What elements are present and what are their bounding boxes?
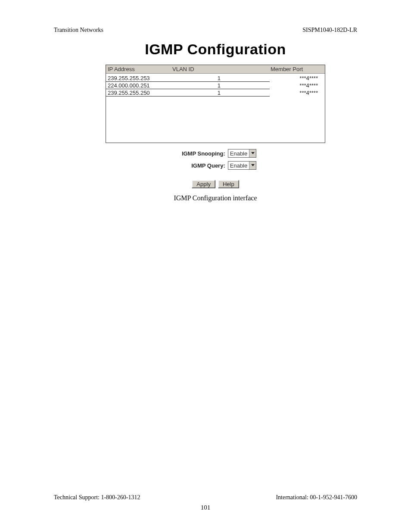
page-title: IGMP Configuration [106,41,325,58]
cell-vlan: 1 [171,82,222,89]
page-footer: Technical Support: 1-800-260-1312 Intern… [54,494,357,501]
table-body: 239.255.255.253 1 ***4**** 224.000.000.2… [106,74,325,96]
igmp-snooping-label: IGMP Snooping: [174,150,225,157]
help-button[interactable]: Help [218,180,239,188]
column-header-port: Member Port [270,65,325,73]
igmp-query-select[interactable]: Enable [228,161,256,170]
form-section: IGMP Snooping: Enable IGMP Query: Enable [106,149,325,170]
button-row: Apply Help [106,180,325,188]
form-row-snooping: IGMP Snooping: Enable [106,149,325,158]
igmp-snooping-select[interactable]: Enable [228,149,256,158]
config-panel: IGMP Configuration IP Address VLAN ID Me… [106,41,325,202]
footer-right: International: 00-1-952-941-7600 [276,494,357,501]
cell-member-port: ***4**** [270,89,324,96]
cell-spacer [222,89,270,96]
select-value: Enable [228,150,249,157]
cell-spacer [222,82,270,89]
cell-vlan: 1 [171,89,222,96]
chevron-down-icon [249,149,256,157]
header-right: SISPM1040-182D-LR [302,27,357,34]
column-header-vlan: VLAN ID [171,65,270,73]
page-number: 101 [0,504,411,511]
table-header-row: IP Address VLAN ID Member Port [106,65,325,74]
figure-caption: IGMP Configuration interface [106,194,325,202]
igmp-table: IP Address VLAN ID Member Port 239.255.2… [106,65,325,143]
form-row-query: IGMP Query: Enable [106,161,325,170]
chevron-down-icon [249,162,256,169]
select-value: Enable [228,162,249,169]
cell-member-port: ***4**** [270,82,324,89]
igmp-query-label: IGMP Query: [174,162,225,169]
cell-spacer [222,75,270,82]
svg-marker-0 [251,152,255,154]
cell-ip: 239.255.255.253 [106,75,171,82]
header-left: Transition Networks [54,27,103,34]
cell-vlan: 1 [171,75,222,82]
footer-left: Technical Support: 1-800-260-1312 [54,494,140,501]
page-header: Transition Networks SISPM1040-182D-LR [54,27,357,34]
cell-ip: 224.000.000.251 [106,82,171,89]
column-header-ip: IP Address [106,65,171,73]
svg-marker-1 [251,164,255,166]
table-row[interactable]: 239.255.255.253 1 ***4**** [106,75,325,82]
table-row[interactable]: 224.000.000.251 1 ***4**** [106,82,325,89]
cell-member-port: ***4**** [270,75,324,82]
cell-ip: 239.255.255.250 [106,89,171,96]
table-row[interactable]: 239.255.255.250 1 ***4**** [106,89,325,96]
apply-button[interactable]: Apply [192,180,215,188]
